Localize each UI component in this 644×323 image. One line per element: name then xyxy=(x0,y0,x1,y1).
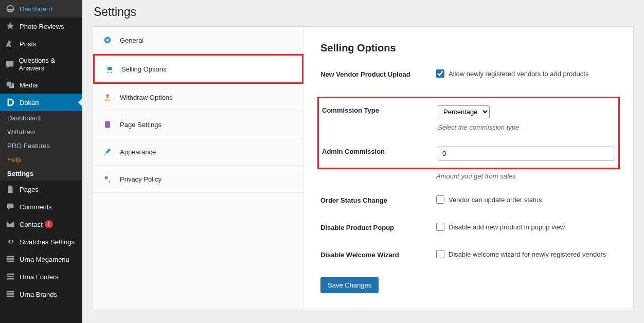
svg-rect-5 xyxy=(7,278,14,280)
field-description: Select the commission type xyxy=(438,123,519,131)
svg-rect-3 xyxy=(7,274,14,275)
tab-label: Privacy Policy xyxy=(120,175,162,183)
contact-badge: 1 xyxy=(45,220,53,228)
tab-withdraw-options[interactable]: Withdraw Options xyxy=(93,84,303,111)
submenu-pro[interactable]: PRO Features xyxy=(0,139,82,153)
svg-rect-8 xyxy=(7,296,14,297)
sidebar-label: Photo Reviews xyxy=(20,23,64,30)
sidebar-label: Contact xyxy=(20,221,43,228)
sidebar-item-qa[interactable]: Questions & Answers xyxy=(0,52,82,76)
field-description: Amount you get from sales xyxy=(436,172,617,180)
settings-wrap: General Selling Options Withdraw Options… xyxy=(93,26,634,309)
disable-popup-checkbox[interactable] xyxy=(436,223,444,231)
layout-icon xyxy=(5,272,15,281)
field-label: Commission Type xyxy=(322,105,438,114)
tab-label: Appearance xyxy=(120,148,156,156)
sidebar-item-photo-reviews[interactable]: Photo Reviews xyxy=(0,17,82,35)
checkbox-label: Allow newly registered vendors to add pr… xyxy=(449,70,588,78)
checkbox-label: Disable add new product in popup view xyxy=(449,223,565,231)
sidebar-item-dashboard[interactable]: Dashboard xyxy=(0,0,82,17)
checkbox-label: Disable welcome wizard for newly registe… xyxy=(449,250,606,258)
tab-general[interactable]: General xyxy=(93,27,303,54)
commission-type-select[interactable]: Percentage xyxy=(438,105,490,118)
gear-icon xyxy=(103,36,113,44)
submenu-help[interactable]: Help xyxy=(0,153,82,167)
sidebar-item-dokan[interactable]: Dokan xyxy=(0,94,82,111)
sidebar-item-pages[interactable]: Pages xyxy=(0,181,82,198)
sidebar-label: Posts xyxy=(20,40,37,48)
sidebar-item-footers[interactable]: Urna Footers xyxy=(0,268,82,285)
sidebar-label: Swatches Settings xyxy=(20,238,75,246)
sidebar-item-contact[interactable]: Contact 1 xyxy=(0,216,82,233)
dashboard-icon xyxy=(5,4,15,13)
checkbox-label: Vendor can update order status xyxy=(449,196,542,204)
mail-icon xyxy=(5,220,15,229)
svg-rect-0 xyxy=(7,256,14,258)
svg-rect-7 xyxy=(7,293,14,295)
field-disable-popup: Disable Product Popup Disable add new pr… xyxy=(320,223,617,231)
save-button[interactable]: Save Changes xyxy=(320,277,379,293)
svg-rect-2 xyxy=(7,261,14,262)
sidebar-item-comments[interactable]: Comments xyxy=(0,198,82,216)
gear-icon xyxy=(5,237,15,246)
tab-label: General xyxy=(120,37,144,44)
pin-icon xyxy=(5,39,15,48)
upload-icon xyxy=(103,93,113,101)
tab-appearance[interactable]: Appearance xyxy=(93,138,303,166)
admin-commission-input[interactable] xyxy=(438,147,615,160)
disable-wizard-checkbox[interactable] xyxy=(436,250,444,258)
field-label: New Vendor Product Upload xyxy=(320,69,436,78)
tab-label: Page Settings xyxy=(120,121,162,129)
tab-page-settings[interactable]: Page Settings xyxy=(93,111,303,138)
svg-rect-1 xyxy=(7,258,14,260)
sidebar-label: Questions & Answers xyxy=(19,57,77,72)
sidebar-label: Urna Brands xyxy=(20,291,57,298)
settings-content: Selling Options New Vendor Product Uploa… xyxy=(304,27,633,309)
dokan-icon xyxy=(5,98,15,107)
star-icon xyxy=(5,22,15,31)
sidebar-item-swatches[interactable]: Swatches Settings xyxy=(0,233,82,250)
comments-icon xyxy=(5,202,15,211)
svg-rect-6 xyxy=(7,291,14,293)
sidebar-item-brands[interactable]: Urna Brands xyxy=(0,285,82,303)
sidebar-item-media[interactable]: Media xyxy=(0,76,82,94)
qa-icon xyxy=(5,60,14,69)
submenu-settings[interactable]: Settings xyxy=(0,167,82,181)
layout-icon xyxy=(5,255,15,264)
sidebar-label: Urna Megamenu xyxy=(20,256,69,263)
sidebar-label: Comments xyxy=(20,203,52,211)
field-label: Admin Commission xyxy=(322,147,438,155)
sidebar-label: Pages xyxy=(20,186,39,193)
sidebar-item-posts[interactable]: Posts xyxy=(0,35,82,52)
new-vendor-checkbox[interactable] xyxy=(436,69,444,78)
svg-rect-4 xyxy=(7,276,14,277)
field-order-status: Order Status Change Vendor can update or… xyxy=(320,195,617,204)
main-content: Settings General Selling Options Withdra… xyxy=(82,0,644,323)
sidebar-label: Urna Footers xyxy=(20,273,59,281)
svg-rect-9 xyxy=(105,121,110,128)
field-label: Disable Product Popup xyxy=(320,223,436,231)
submenu-withdraw[interactable]: Withdraw xyxy=(0,125,82,139)
admin-sidebar: Dashboard Photo Reviews Posts Questions … xyxy=(0,0,82,323)
svg-point-10 xyxy=(104,176,108,179)
dokan-submenu: Dashboard Withdraw PRO Features Help Set… xyxy=(0,111,82,181)
layout-icon xyxy=(5,290,15,299)
order-status-checkbox[interactable] xyxy=(436,195,444,204)
field-label: Disable Welcome Wizard xyxy=(320,250,436,259)
field-new-vendor-upload: New Vendor Product Upload Allow newly re… xyxy=(320,69,617,78)
sidebar-item-megamenu[interactable]: Urna Megamenu xyxy=(0,250,82,268)
brush-icon xyxy=(103,148,113,156)
tab-privacy-policy[interactable]: Privacy Policy xyxy=(93,166,303,193)
content-heading: Selling Options xyxy=(320,42,617,54)
tab-label: Selling Options xyxy=(121,65,166,73)
pages-icon xyxy=(5,185,15,194)
tab-selling-options[interactable]: Selling Options xyxy=(93,54,303,84)
tab-label: Withdraw Options xyxy=(120,94,173,101)
page-title: Settings xyxy=(94,5,634,19)
field-disable-wizard: Disable Welcome Wizard Disable welcome w… xyxy=(320,250,617,259)
cart-icon xyxy=(105,65,114,73)
submenu-dashboard[interactable]: Dashboard xyxy=(0,111,82,125)
sidebar-label: Dokan xyxy=(20,99,39,106)
field-label: Order Status Change xyxy=(320,195,436,204)
page-icon xyxy=(103,120,113,129)
